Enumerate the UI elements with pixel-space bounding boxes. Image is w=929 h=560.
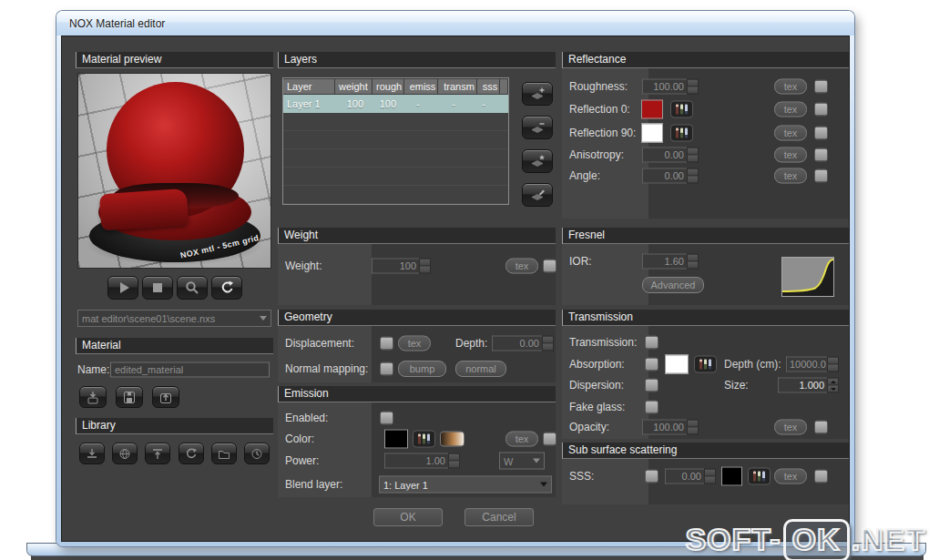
reflection90-tex-button[interactable]: tex (774, 126, 807, 141)
scene-path-value: mat editor\scene01\scene.nxs (82, 313, 260, 324)
spinner-down-icon[interactable] (687, 177, 699, 184)
spinner-down-icon[interactable] (687, 428, 699, 435)
sss-spinner: 0.00 (665, 469, 716, 484)
spinner-up-icon[interactable] (827, 378, 839, 386)
spinner-down-icon[interactable] (687, 262, 699, 270)
title-bar[interactable]: NOX Material editor (56, 11, 854, 36)
watermark-ok-badge: OK (783, 519, 850, 560)
cancel-button[interactable]: Cancel (464, 508, 534, 526)
transmission-section-header: Transmission (562, 310, 850, 326)
fresnel-section-title: Fresnel (568, 229, 605, 241)
roughness-spinner: 100.00 (642, 79, 699, 95)
spinner-down-icon[interactable] (827, 386, 839, 393)
reflection90-color-swatch[interactable] (641, 124, 663, 143)
spinner-down-icon[interactable] (827, 365, 839, 372)
spinner-down-icon[interactable] (704, 477, 716, 484)
reflection0-rgb-sliders-button[interactable] (670, 101, 693, 118)
spinner-up-icon[interactable] (687, 168, 699, 177)
angle-tex-button[interactable]: tex (774, 168, 807, 184)
sss-tex-button[interactable]: tex (774, 469, 807, 484)
fake-glass-checkbox[interactable] (645, 401, 658, 414)
absorption-label: Absorption: (569, 358, 625, 371)
spinner-up-icon[interactable] (687, 79, 699, 87)
opacity-tex-button[interactable]: tex (774, 420, 807, 435)
dispersion-size-spinner: 1.000 (778, 378, 839, 393)
spinner-up-icon[interactable] (704, 469, 716, 477)
absorption-depth-value[interactable]: 10000.0 (786, 357, 827, 372)
transmission-checkbox[interactable] (645, 336, 658, 350)
spinner-up-icon[interactable] (448, 453, 460, 462)
ior-value[interactable]: 1.60 (642, 254, 687, 270)
dispersion-size-value[interactable]: 1.000 (778, 378, 827, 393)
dropdown-arrow-icon (260, 316, 267, 324)
weight-section-title: Weight (284, 229, 318, 241)
edit-layer-icon (530, 188, 546, 201)
anisotropy-value[interactable]: 0.00 (642, 148, 687, 163)
reflection90-rgb-sliders-button[interactable] (670, 125, 693, 142)
sss-tex-toggle[interactable] (814, 470, 828, 484)
sss-checkbox[interactable] (645, 470, 658, 484)
window-title: NOX Material editor (69, 17, 165, 30)
reflection0-tex-toggle[interactable] (814, 103, 828, 117)
edit-layer-button[interactable] (522, 183, 553, 207)
geometry-section-title: Geometry (284, 311, 332, 323)
nox-material-editor-window: NOX Material editor Material preview NOX… (56, 11, 854, 546)
reflection0-color-swatch[interactable] (641, 100, 663, 119)
absorption-checkbox[interactable] (645, 358, 658, 372)
geometry-section-header: Geometry (278, 310, 556, 326)
spinner-up-icon[interactable] (827, 357, 839, 365)
sss-section-title: Sub surface scattering (568, 443, 677, 456)
opacity-value[interactable]: 100.00 (642, 420, 687, 435)
fake-glass-label: Fake glass: (569, 401, 625, 413)
dispersion-checkbox[interactable] (645, 379, 658, 392)
sss-value[interactable]: 0.00 (665, 469, 704, 484)
reflection90-label: Reflection 90: (569, 127, 636, 139)
transmission-section-title: Transmission (568, 311, 633, 323)
sss-label: SSS: (569, 470, 594, 483)
angle-tex-toggle[interactable] (814, 169, 828, 183)
reflection0-label: Reflection 0: (569, 103, 630, 116)
transmission-label: Transmission: (569, 336, 637, 349)
fresnel-advanced-button[interactable]: Advanced (642, 277, 704, 293)
angle-label: Angle: (569, 169, 600, 182)
dispersion-size-label: Size: (724, 379, 749, 392)
watermark-net-text: .NET (852, 522, 925, 556)
reflection90-tex-toggle[interactable] (814, 127, 828, 140)
roughness-value[interactable]: 100.00 (642, 79, 687, 95)
spinner-down-icon[interactable] (687, 87, 699, 95)
anisotropy-label: Anisotropy: (569, 148, 624, 161)
ok-button[interactable]: OK (373, 508, 443, 526)
desktop-background: NOX Material editor Material preview NOX… (0, 0, 929, 560)
ior-label: IOR: (569, 255, 592, 268)
reflection0-tex-button[interactable]: tex (774, 102, 807, 117)
dialog-client-area: Material preview NOX mtl - 5cm grid (61, 36, 850, 542)
spinner-up-icon[interactable] (687, 254, 699, 262)
opacity-tex-toggle[interactable] (814, 421, 828, 434)
preview-ball-slice (99, 188, 189, 231)
softok-watermark: SOFT-OK.NET (685, 519, 925, 560)
roughness-tex-button[interactable]: tex (774, 79, 807, 95)
spinner-down-icon[interactable] (687, 156, 699, 163)
absorption-color-swatch[interactable] (665, 355, 689, 374)
anisotropy-tex-button[interactable]: tex (774, 148, 807, 163)
scene-path-dropdown[interactable]: mat editor\scene01\scene.nxs (77, 310, 271, 327)
sss-rgb-sliders-button[interactable] (748, 468, 771, 485)
spinner-up-icon[interactable] (687, 420, 699, 428)
absorption-rgb-sliders-button[interactable] (694, 356, 717, 373)
opacity-spinner: 100.00 (642, 420, 699, 435)
anisotropy-spinner: 0.00 (642, 148, 699, 163)
spinner-up-icon[interactable] (687, 148, 699, 156)
absorption-depth-spinner: 10000.0 (786, 357, 839, 372)
layers-section-title: Layers (284, 53, 317, 66)
watermark-soft-text: SOFT- (685, 522, 781, 556)
anisotropy-tex-toggle[interactable] (814, 148, 828, 162)
reflectance-section-header: Reflectance (562, 52, 850, 68)
reflectance-section-title: Reflectance (568, 53, 626, 66)
sss-color-swatch[interactable] (721, 467, 742, 486)
roughness-tex-toggle[interactable] (814, 80, 828, 94)
layers-section-header: Layers (278, 52, 556, 68)
angle-value[interactable]: 0.00 (642, 168, 687, 184)
dispersion-label: Dispersion: (569, 379, 624, 392)
absorption-depth-label: Depth (cm): (724, 358, 781, 371)
sss-section-header: Sub surface scattering (562, 443, 850, 459)
